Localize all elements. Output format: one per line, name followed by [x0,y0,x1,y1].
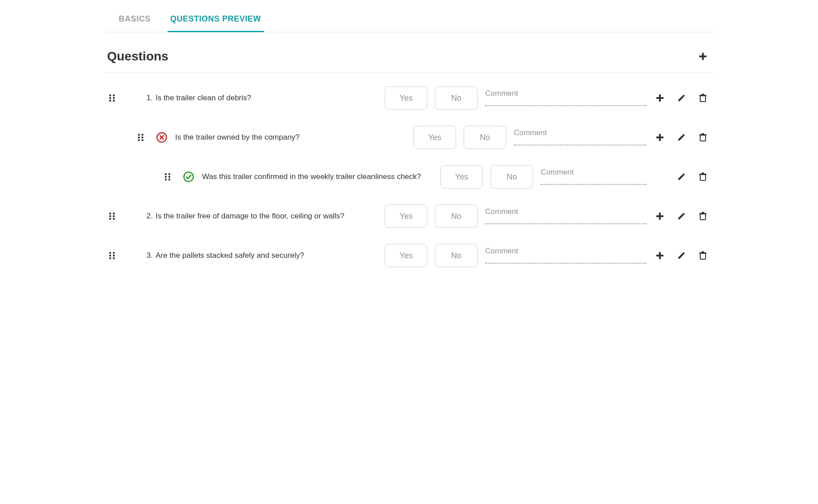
delete-button[interactable] [695,90,711,106]
delete-button[interactable] [695,248,711,264]
drag-handle-icon[interactable] [163,172,175,182]
comment-input[interactable]: Comment [485,206,646,226]
trash-icon [699,172,707,181]
question-text: Was this trailer confirmed in the weekly… [202,172,435,182]
question-number: 3. [146,251,153,260]
yes-button[interactable]: Yes [385,244,427,267]
svg-rect-13 [702,94,704,95]
trash-icon [699,133,707,142]
svg-point-17 [142,137,143,138]
question-row: 1.Is the trailer clean of debris?YesNoCo… [104,78,714,118]
pencil-icon [677,173,685,181]
svg-rect-51 [702,212,704,214]
comment-underline [485,263,646,264]
svg-point-33 [184,172,194,182]
question-text: 1.Is the trailer clean of debris? [146,93,379,103]
plus-icon [656,133,664,141]
drag-handle-icon[interactable] [107,251,120,261]
edit-button[interactable] [673,169,689,185]
comment-underline [514,145,646,145]
yes-button[interactable]: Yes [413,126,456,149]
edit-button[interactable] [673,248,689,264]
comment-underline [541,184,646,185]
add-subquestion-button[interactable] [652,129,668,145]
no-button[interactable]: No [435,205,478,228]
svg-point-57 [113,257,115,259]
question-text-label: Is the trailer owned by the company? [175,133,300,141]
drag-handle-icon[interactable] [107,211,120,221]
svg-point-55 [113,255,115,256]
pencil-icon [677,252,685,260]
svg-point-45 [113,218,115,220]
yes-button[interactable]: Yes [385,86,427,110]
question-list: 1.Is the trailer clean of debris?YesNoCo… [104,73,714,275]
edit-button[interactable] [673,129,689,145]
pencil-icon [677,212,685,220]
comment-input[interactable]: Comment [541,167,646,187]
svg-rect-37 [700,175,706,180]
svg-point-56 [109,257,111,259]
yes-button[interactable]: Yes [440,165,483,188]
svg-point-4 [109,97,111,99]
svg-point-54 [109,255,111,256]
svg-point-18 [138,139,140,141]
svg-point-31 [165,179,167,180]
drag-handle-icon[interactable] [107,93,120,103]
comment-underline [485,105,646,106]
svg-point-29 [165,176,167,178]
edit-button[interactable] [673,208,689,224]
pencil-icon [677,94,685,102]
svg-point-42 [109,215,111,217]
comment-input[interactable]: Comment [514,128,646,147]
question-row: Was this trailer confirmed in the weekly… [104,157,714,196]
comment-placeholder: Comment [485,207,518,216]
delete-button[interactable] [695,169,711,185]
svg-rect-63 [702,252,704,253]
svg-point-44 [109,218,111,220]
svg-rect-11 [700,96,706,102]
svg-rect-22 [656,137,663,138]
svg-point-7 [113,100,115,102]
svg-point-52 [109,252,111,254]
svg-point-5 [113,97,115,99]
tab-questions-preview[interactable]: QUESTIONS PREVIEW [168,9,264,32]
delete-button[interactable] [695,208,711,224]
comment-placeholder: Comment [485,89,518,98]
question-text: 2.Is the trailer free of damage to the f… [146,211,379,222]
comment-input[interactable]: Comment [485,246,646,265]
drag-handle-icon[interactable] [136,132,148,142]
status-fail-icon [154,132,170,143]
page-title: Questions [107,49,168,64]
svg-rect-1 [699,56,706,57]
add-subquestion-button[interactable] [652,208,668,224]
svg-point-27 [165,173,167,175]
plus-icon [656,94,664,102]
svg-point-43 [113,215,115,217]
tabs: BASICS QUESTIONS PREVIEW [104,0,714,32]
svg-rect-24 [700,135,706,141]
no-button[interactable]: No [435,86,478,110]
yes-button[interactable]: Yes [385,205,427,228]
add-subquestion-button[interactable] [652,90,668,106]
tab-basics[interactable]: BASICS [116,9,153,32]
no-button[interactable]: No [491,165,533,188]
question-text: Is the trailer owned by the company? [175,132,408,143]
no-button[interactable]: No [464,126,506,149]
question-text: 3.Are the pallets stacked safely and sec… [146,251,379,261]
add-subquestion-button[interactable] [652,248,668,264]
add-question-button[interactable] [695,48,711,64]
svg-point-41 [113,213,115,214]
delete-button[interactable] [695,129,711,145]
svg-point-53 [113,252,115,254]
edit-button[interactable] [673,90,689,106]
question-row: 2.Is the trailer free of damage to the f… [104,196,714,236]
svg-point-2 [109,94,111,96]
svg-rect-49 [700,214,706,220]
question-row: Is the trailer owned by the company?YesN… [104,118,714,157]
no-button[interactable]: No [435,244,478,267]
comment-input[interactable]: Comment [485,88,646,108]
svg-point-14 [138,134,140,136]
question-row: 3.Are the pallets stacked safely and sec… [104,236,714,275]
section-header: Questions [104,43,714,73]
svg-point-40 [109,213,111,214]
